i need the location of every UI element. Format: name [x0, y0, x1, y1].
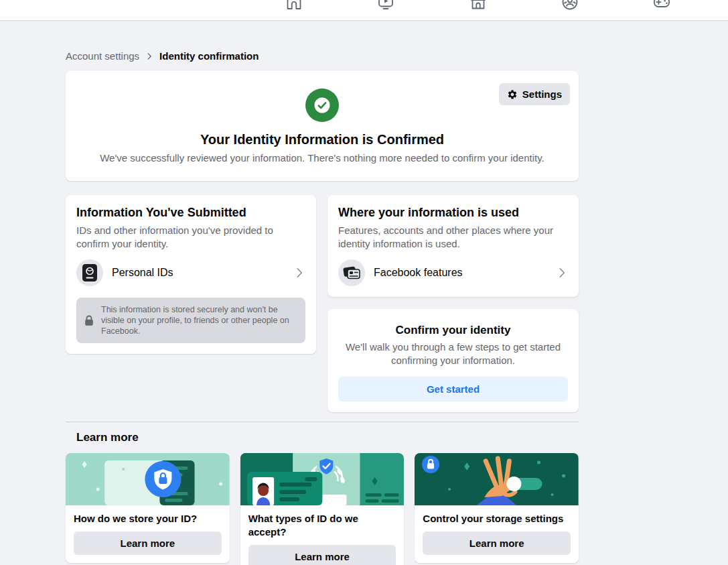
chevron-right-icon: [293, 267, 305, 279]
id-types-illustration-icon: [240, 453, 405, 505]
learn-more-button[interactable]: Learn more: [423, 531, 571, 555]
passport-icon: [76, 259, 103, 286]
learn-card-storage-settings[interactable]: Control your storage settings Learn more: [415, 453, 579, 563]
learn-card-title: Control your storage settings: [423, 512, 571, 525]
learn-card-id-types[interactable]: What types of ID do we accept? Learn mor…: [240, 453, 405, 565]
submitted-info-card: Information You've Submitted IDs and oth…: [66, 195, 316, 354]
chevron-right-icon: [145, 52, 153, 60]
learn-card-store-id[interactable]: How do we store your ID? Learn more: [66, 453, 230, 563]
confirm-identity-card: Confirm your identity We'll walk you thr…: [327, 309, 579, 412]
breadcrumb-current: Identity confirmation: [159, 50, 259, 62]
confirmed-check-icon: [305, 88, 339, 122]
privacy-note: This information is stored securely and …: [76, 298, 305, 343]
privacy-note-text: This information is stored securely and …: [101, 304, 297, 336]
usage-card-subtitle: Features, accounts and other places wher…: [338, 224, 568, 251]
marketplace-icon[interactable]: [469, 0, 488, 11]
get-started-button[interactable]: Get started: [338, 377, 568, 401]
home-icon[interactable]: [285, 0, 303, 11]
confirm-card-title: Confirm your identity: [338, 324, 568, 337]
usage-info-card: Where your information is used Features,…: [327, 195, 579, 297]
submitted-card-title: Information You've Submitted: [76, 206, 305, 220]
personal-ids-label: Personal IDs: [112, 267, 173, 279]
breadcrumb: Account settings Identity confirmation: [66, 20, 579, 62]
lock-icon: [84, 315, 94, 326]
groups-icon[interactable]: [561, 0, 579, 11]
learn-card-title: What types of ID do we accept?: [248, 512, 396, 539]
settings-button[interactable]: Settings: [499, 83, 570, 105]
identity-confirmed-card: Settings Your Identity Information is Co…: [66, 71, 579, 181]
personal-ids-row[interactable]: Personal IDs: [76, 259, 305, 286]
status-title: Your Identity Information is Confirmed: [76, 132, 568, 147]
settings-button-label: Settings: [522, 88, 562, 100]
learn-more-button[interactable]: Learn more: [248, 545, 396, 565]
status-subtitle: We've successfully reviewed your informa…: [86, 151, 559, 165]
usage-card-title: Where your information is used: [338, 206, 568, 220]
storage-settings-illustration-icon: [415, 453, 579, 505]
facebook-features-label: Facebook features: [374, 267, 463, 279]
facebook-features-row[interactable]: Facebook features: [338, 259, 568, 286]
submitted-card-subtitle: IDs and other information you've provide…: [76, 224, 305, 251]
learn-card-title: How do we store your ID?: [74, 512, 222, 525]
top-navbar: [0, 0, 728, 20]
section-divider: [66, 422, 579, 422]
learn-more-button[interactable]: Learn more: [74, 531, 222, 555]
learn-more-heading: Learn more: [66, 431, 579, 444]
watch-video-icon[interactable]: [376, 0, 395, 11]
gaming-icon[interactable]: [652, 0, 671, 11]
breadcrumb-account-settings[interactable]: Account settings: [66, 50, 139, 62]
chevron-right-icon: [556, 267, 568, 279]
confirm-card-subtitle: We'll walk you through a few steps to ge…: [338, 340, 568, 367]
main-content: Account settings Identity confirmation S…: [66, 20, 579, 565]
id-cards-icon: [338, 259, 365, 286]
store-id-illustration-icon: [66, 453, 230, 505]
gear-icon: [507, 89, 518, 100]
